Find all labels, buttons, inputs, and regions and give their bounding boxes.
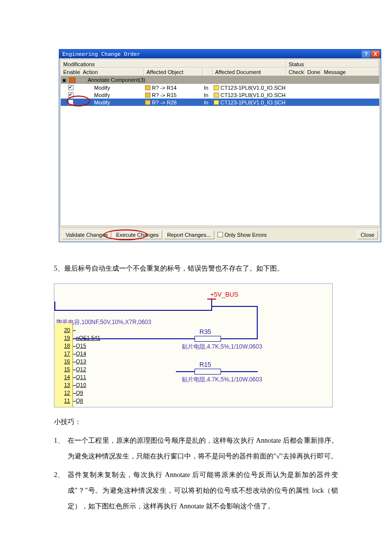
tip-text: 在一个工程里，原来的原理图位号顺序是乱的，这样每次执行 Annotate 后都会…: [68, 433, 338, 464]
window-title: Engineering Change Order: [62, 51, 361, 57]
group-row[interactable]: ▣ Annotate Component(3): [61, 76, 379, 84]
checkbox[interactable]: ✔: [68, 85, 74, 90]
eco-rows: ▣ Annotate Component(3) ✔ Modify R? -> R…: [61, 76, 379, 226]
net-label: +5V_BUS: [210, 291, 238, 298]
col-action[interactable]: Action: [80, 68, 144, 76]
super-header-row: Modifications Status: [61, 60, 379, 68]
action-cell: Modify: [80, 85, 144, 91]
collapse-icon[interactable]: ▣: [61, 77, 68, 83]
affected-object: R? -> R15: [152, 92, 176, 98]
pin-name: Q13: [76, 358, 86, 364]
pin-number: 12: [59, 390, 70, 396]
checkbox[interactable]: [68, 100, 74, 105]
r35-designator: R35: [199, 328, 211, 335]
only-errors-label: Only Show Errors: [224, 232, 267, 238]
r15-value: 贴片电阻,4.7K,5%,1/10W,0603: [182, 376, 262, 384]
pin-number: 19: [59, 335, 70, 341]
pin-number: 15: [59, 366, 70, 372]
col-affected-document[interactable]: Affected Document: [213, 68, 286, 76]
pin-name: Q11: [76, 374, 86, 380]
document-icon: [214, 100, 219, 105]
affected-document: CT123-1PL8(V1.0_IO.SCH: [220, 92, 286, 98]
execute-button[interactable]: Execute Changes: [113, 230, 162, 239]
pin-name: Q14: [76, 351, 86, 356]
folder-icon: [69, 77, 75, 83]
document-icon: [214, 93, 219, 98]
list-number: 1、: [54, 433, 68, 464]
tip-text: 器件复制来复制去，每次执行 Annotate 后可能将原来的位号反而认为是新加的…: [68, 467, 338, 514]
report-button[interactable]: Report Changes...: [164, 230, 214, 239]
pin-name: Q15: [76, 343, 86, 349]
pin-number: 11: [59, 398, 70, 404]
header-modifications: Modifications: [61, 60, 286, 68]
pin-name: Q9: [76, 390, 83, 396]
list-number: 2、: [54, 467, 68, 514]
close-icon[interactable]: X: [371, 50, 380, 58]
help-icon[interactable]: ?: [362, 50, 370, 58]
affected-object: R? -> R28: [152, 100, 176, 105]
dialog-footer: Validate Changes Execute Changes Report …: [59, 227, 381, 242]
header-row: Enable Action Affected Object Affected D…: [61, 68, 379, 76]
table-row[interactable]: ✔ Modify R? -> R15 In CT123-1PL8(V1.0_IO…: [61, 91, 379, 99]
checkbox[interactable]: ✔: [68, 92, 74, 98]
pin-number: 13: [59, 382, 70, 388]
col-message[interactable]: Message: [321, 68, 379, 76]
affected-object: R? -> R14: [152, 85, 176, 91]
validate-button[interactable]: Validate Changes: [62, 230, 111, 239]
action-cell: Modify: [80, 100, 144, 105]
affected-document: CT123-1PL8(V1.0_IO.SCH: [220, 100, 286, 105]
resistor-r15: [195, 369, 221, 375]
table-row[interactable]: ✔ Modify R? -> R14 In CT123-1PL8(V1.0_IO…: [61, 84, 379, 91]
col-check[interactable]: Check: [286, 68, 305, 76]
r35-value: 贴片电阻,4.7K,5%,1/10W,0603: [182, 343, 262, 351]
object-icon: [145, 85, 150, 90]
pin-number: 14: [59, 374, 70, 380]
schematic-image: +5V_BUS 陶瓷电容,100NF,50V,10%,X7R,0603 2019…: [54, 283, 333, 407]
r15-designator: R15: [199, 361, 211, 368]
pin-number: 18: [59, 343, 70, 349]
col-done[interactable]: Done: [305, 68, 321, 76]
titlebar[interactable]: Engineering Change Order ? X: [59, 50, 381, 58]
action-cell: Modify: [80, 92, 144, 98]
close-button[interactable]: Close: [357, 230, 378, 239]
paragraph-5: 5、最后标号自动生成一个不会重复的标号，错误告警也不存在了。如下图。: [54, 262, 338, 276]
resistor-r35: [195, 336, 221, 342]
eco-body: Modifications Status Enable Action Affec…: [60, 59, 380, 226]
in-cell: In: [203, 100, 213, 105]
pin-number: 16: [59, 358, 70, 364]
col-in: [203, 68, 213, 76]
header-status: Status: [286, 60, 379, 68]
object-icon: [145, 93, 150, 98]
col-affected-object[interactable]: Affected Object: [144, 68, 203, 76]
pin-number: 20: [59, 327, 70, 333]
tips-section: 小技巧： 1、在一个工程里，原来的原理图位号顺序是乱的，这样每次执行 Annot…: [54, 414, 338, 514]
col-enable[interactable]: Enable: [61, 68, 80, 76]
document-icon: [214, 85, 219, 90]
in-cell: In: [203, 92, 213, 98]
pin-name: Q12: [76, 366, 86, 372]
group-label: Annotate Component(3): [88, 77, 145, 83]
table-row[interactable]: Modify R? -> R28 In CT123-1PL8(V1.0_IO.S…: [61, 99, 379, 106]
only-errors-checkbox[interactable]: [218, 232, 223, 237]
in-cell: In: [203, 85, 213, 91]
pin-name: Q10: [76, 382, 86, 388]
pin-name: nOE1 541: [76, 335, 100, 341]
affected-document: CT123-1PL8(V1.0_IO.SCH: [220, 85, 286, 91]
pin-number: 17: [59, 351, 70, 356]
tips-title: 小技巧：: [54, 414, 338, 430]
object-icon: [145, 100, 150, 105]
pin-name: Q8: [76, 398, 83, 404]
eco-window: Engineering Change Order ? X Modificatio…: [59, 49, 381, 242]
